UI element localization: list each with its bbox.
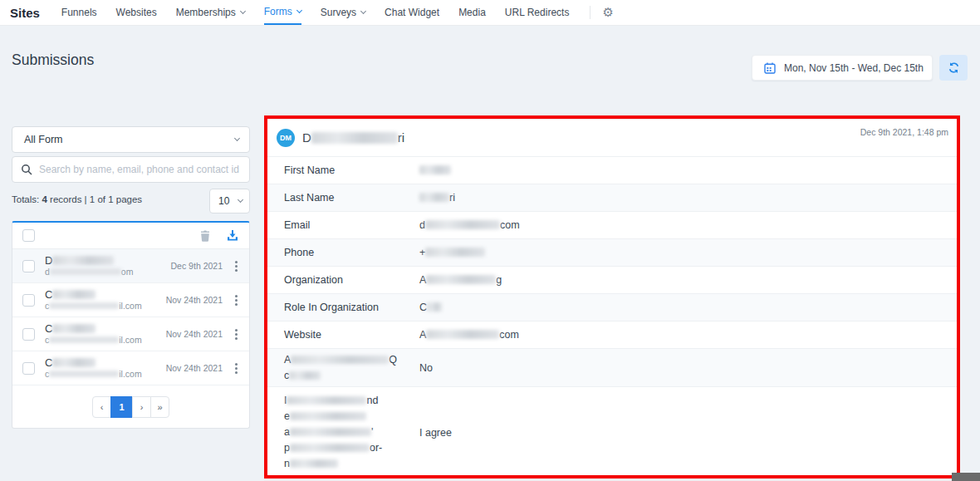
submission-row[interactable]: C cil.com Nov 24th 2021 (12, 317, 249, 351)
totals-label: Totals: (12, 194, 39, 204)
contact-email: dom (45, 267, 168, 277)
nav-item-label: Media (458, 7, 486, 18)
refresh-button[interactable] (939, 55, 968, 81)
redacted-text (290, 459, 338, 468)
redacted-text (311, 132, 398, 144)
field-row: AQ c No (267, 348, 957, 386)
redacted-text (427, 302, 442, 312)
search-icon (21, 164, 32, 175)
redacted-text (290, 428, 371, 436)
totals-text: Totals: 4 records | 1 of 1 pages (12, 194, 142, 204)
row-checkbox[interactable] (22, 328, 35, 341)
nav-item-label: Chat Widget (385, 7, 439, 18)
contact-email: cil.com (45, 335, 163, 346)
redacted-text (419, 193, 449, 202)
date-range-picker[interactable]: Mon, Nov 15th - Wed, Dec 15th (752, 55, 933, 81)
row-checkbox[interactable] (22, 362, 35, 375)
page-size-select[interactable]: 10 (209, 189, 250, 214)
field-value: No (419, 362, 433, 374)
field-value: C (419, 302, 442, 313)
row-checkbox[interactable] (22, 260, 35, 272)
field-label: Organization (284, 274, 419, 286)
redacted-text (426, 330, 499, 339)
nav-item-forms[interactable]: Forms (264, 0, 301, 25)
trash-icon[interactable] (200, 230, 210, 242)
nav-divider (590, 6, 590, 19)
redacted-text (425, 220, 500, 229)
form-filter-select[interactable]: All Form (12, 126, 250, 153)
redacted-text (426, 275, 496, 284)
field-row: Website Acom (267, 321, 957, 348)
nav-item-label: Forms (264, 6, 292, 17)
submission-row[interactable]: C cil.com Nov 24th 2021 (12, 283, 249, 317)
scrollbar-corner[interactable] (952, 473, 980, 481)
chevron-down-icon (360, 8, 366, 14)
redacted-text (49, 336, 119, 343)
list-header (12, 223, 249, 249)
row-checkbox[interactable] (22, 294, 35, 307)
redacted-text (287, 396, 366, 405)
field-value: Acom (419, 329, 519, 341)
redacted-text (52, 358, 96, 367)
submission-detail-panel: DM Dri Dec 9th 2021, 1:48 pm First Name … (267, 120, 957, 475)
redacted-text (419, 165, 451, 174)
nav-item-label: Memberships (176, 7, 236, 18)
redacted-text (290, 412, 366, 420)
select-all-checkbox[interactable] (22, 229, 35, 242)
nav-item-label: Funnels (61, 7, 97, 18)
settings-gear-icon[interactable]: ⚙ (602, 0, 613, 25)
field-row: Ind e a' por- n I agree (267, 386, 957, 475)
nav-item-funnels[interactable]: Funnels (61, 0, 97, 25)
page-1-button[interactable]: 1 (110, 396, 133, 418)
contact-info: C cil.com (45, 323, 163, 346)
detail-header: DM Dri Dec 9th 2021, 1:48 pm (267, 120, 957, 156)
page-prev-button[interactable]: ‹ (92, 396, 111, 418)
form-filter-value: All Form (24, 134, 63, 145)
contact-info: D dom (45, 255, 168, 277)
refresh-icon (948, 61, 960, 74)
pagination: ‹ 1 › » (12, 396, 249, 418)
kebab-menu-icon[interactable] (229, 326, 243, 342)
nav-brand-sites[interactable]: Sites (10, 0, 40, 25)
contact-email: cil.com (45, 369, 163, 380)
field-label: Ind e a' por- n (284, 393, 419, 472)
redacted-text (291, 356, 389, 364)
submission-row[interactable]: C cil.com Nov 24th 2021 (12, 351, 249, 385)
page-last-button[interactable]: » (150, 396, 169, 418)
page-next-button[interactable]: › (132, 396, 151, 418)
nav-item-label: URL Redirects (505, 7, 570, 18)
calendar-icon (764, 62, 776, 74)
download-icon[interactable] (227, 230, 238, 241)
kebab-menu-icon[interactable] (229, 292, 243, 308)
kebab-menu-icon[interactable] (229, 258, 243, 274)
redacted-text (52, 290, 96, 299)
contact-info: C cil.com (45, 289, 163, 312)
nav-item-websites[interactable]: Websites (116, 0, 157, 25)
page-size-value: 10 (218, 195, 229, 207)
contact-name: C (45, 323, 163, 335)
field-label: Email (284, 219, 419, 231)
field-row: Role In Organization C (267, 293, 957, 321)
submission-row[interactable]: D dom Dec 9th 2021 (12, 249, 249, 283)
redacted-text (425, 248, 485, 257)
field-row: Last Name ri (267, 184, 957, 211)
redacted-text (50, 268, 121, 275)
nav-item-media[interactable]: Media (458, 0, 486, 25)
field-label: First Name (284, 164, 419, 176)
nav-item-url-redirects[interactable]: URL Redirects (505, 0, 570, 25)
nav-item-chat-widget[interactable]: Chat Widget (385, 0, 439, 25)
kebab-menu-icon[interactable] (229, 360, 243, 376)
search-input[interactable] (39, 164, 241, 175)
field-label: Last Name (284, 192, 419, 204)
submission-date: Dec 9th 2021 (171, 261, 223, 271)
contact-name: C (45, 289, 163, 301)
totals-rest: records | 1 of 1 pages (50, 194, 142, 204)
contact-header-name: Dri (302, 130, 404, 145)
nav-item-surveys[interactable]: Surveys (321, 0, 365, 25)
nav-item-memberships[interactable]: Memberships (176, 0, 245, 25)
contact-email: cil.com (45, 301, 163, 312)
totals-count: 4 (42, 194, 47, 204)
field-value: Ag (419, 274, 502, 286)
redacted-text (52, 256, 114, 265)
submission-date: Nov 24th 2021 (166, 295, 223, 305)
